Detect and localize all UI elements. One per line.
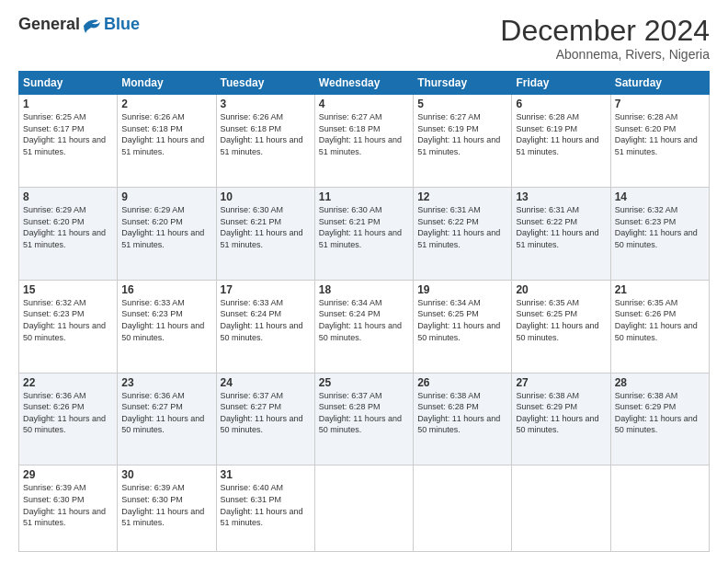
calendar-cell: 19Sunrise: 6:34 AMSunset: 6:25 PMDayligh… <box>414 280 512 373</box>
calendar-cell: 25Sunrise: 6:37 AMSunset: 6:28 PMDayligh… <box>314 373 413 465</box>
day-number: 21 <box>615 283 705 296</box>
day-info: Sunrise: 6:36 AMSunset: 6:26 PMDaylight:… <box>23 390 113 436</box>
day-info: Sunrise: 6:31 AMSunset: 6:22 PMDaylight:… <box>516 204 606 250</box>
day-info: Sunrise: 6:39 AMSunset: 6:30 PMDaylight:… <box>121 482 211 528</box>
calendar-cell: 6Sunrise: 6:28 AMSunset: 6:19 PMDaylight… <box>512 95 610 188</box>
day-info: Sunrise: 6:33 AMSunset: 6:24 PMDaylight:… <box>221 297 311 343</box>
day-info: Sunrise: 6:38 AMSunset: 6:29 PMDaylight:… <box>516 390 606 436</box>
calendar-cell: 17Sunrise: 6:33 AMSunset: 6:24 PMDayligh… <box>216 280 314 373</box>
calendar-cell: 1Sunrise: 6:25 AMSunset: 6:17 PMDaylight… <box>19 95 118 188</box>
logo: General Blue <box>18 15 140 34</box>
calendar-week-row: 15Sunrise: 6:32 AMSunset: 6:23 PMDayligh… <box>19 280 710 373</box>
day-info: Sunrise: 6:33 AMSunset: 6:23 PMDaylight:… <box>121 297 211 343</box>
calendar-cell <box>610 465 709 552</box>
day-info: Sunrise: 6:34 AMSunset: 6:25 PMDaylight:… <box>417 297 507 343</box>
calendar-cell: 30Sunrise: 6:39 AMSunset: 6:30 PMDayligh… <box>118 465 216 552</box>
calendar-cell: 26Sunrise: 6:38 AMSunset: 6:28 PMDayligh… <box>414 373 512 465</box>
day-number: 28 <box>615 376 705 389</box>
calendar-cell: 16Sunrise: 6:33 AMSunset: 6:23 PMDayligh… <box>118 280 216 373</box>
day-number: 12 <box>417 190 507 203</box>
calendar-header-tuesday: Tuesday <box>216 72 314 95</box>
calendar-cell: 3Sunrise: 6:26 AMSunset: 6:18 PMDaylight… <box>216 95 314 188</box>
day-info: Sunrise: 6:26 AMSunset: 6:18 PMDaylight:… <box>221 111 311 157</box>
day-number: 31 <box>221 468 311 481</box>
day-number: 23 <box>121 376 211 389</box>
day-number: 27 <box>516 376 606 389</box>
calendar-cell: 31Sunrise: 6:40 AMSunset: 6:31 PMDayligh… <box>216 465 314 552</box>
day-number: 6 <box>516 98 606 110</box>
day-info: Sunrise: 6:40 AMSunset: 6:31 PMDaylight:… <box>221 482 311 528</box>
day-info: Sunrise: 6:31 AMSunset: 6:22 PMDaylight:… <box>417 204 507 250</box>
day-info: Sunrise: 6:25 AMSunset: 6:17 PMDaylight:… <box>23 111 113 157</box>
day-number: 16 <box>121 283 211 296</box>
calendar-week-row: 22Sunrise: 6:36 AMSunset: 6:26 PMDayligh… <box>19 373 710 465</box>
calendar-cell: 21Sunrise: 6:35 AMSunset: 6:26 PMDayligh… <box>610 280 709 373</box>
calendar-cell: 12Sunrise: 6:31 AMSunset: 6:22 PMDayligh… <box>414 188 512 281</box>
logo-blue-text: Blue <box>104 15 140 34</box>
calendar-header-row: SundayMondayTuesdayWednesdayThursdayFrid… <box>19 72 710 95</box>
day-number: 14 <box>615 190 705 203</box>
day-info: Sunrise: 6:35 AMSunset: 6:26 PMDaylight:… <box>615 297 705 343</box>
calendar-cell: 27Sunrise: 6:38 AMSunset: 6:29 PMDayligh… <box>512 373 610 465</box>
day-info: Sunrise: 6:36 AMSunset: 6:27 PMDaylight:… <box>121 390 211 436</box>
day-info: Sunrise: 6:29 AMSunset: 6:20 PMDaylight:… <box>121 204 211 250</box>
logo-bird-icon <box>82 17 102 33</box>
calendar-week-row: 29Sunrise: 6:39 AMSunset: 6:30 PMDayligh… <box>19 465 710 552</box>
calendar-week-row: 8Sunrise: 6:29 AMSunset: 6:20 PMDaylight… <box>19 188 710 281</box>
day-number: 3 <box>221 98 311 110</box>
calendar-cell: 22Sunrise: 6:36 AMSunset: 6:26 PMDayligh… <box>19 373 118 465</box>
day-number: 20 <box>516 283 606 296</box>
calendar-cell: 18Sunrise: 6:34 AMSunset: 6:24 PMDayligh… <box>314 280 413 373</box>
calendar-header-saturday: Saturday <box>610 72 709 95</box>
calendar-cell: 29Sunrise: 6:39 AMSunset: 6:30 PMDayligh… <box>19 465 118 552</box>
day-number: 17 <box>221 283 311 296</box>
day-info: Sunrise: 6:29 AMSunset: 6:20 PMDaylight:… <box>23 204 113 250</box>
calendar-header-wednesday: Wednesday <box>314 72 413 95</box>
calendar-cell: 13Sunrise: 6:31 AMSunset: 6:22 PMDayligh… <box>512 188 610 281</box>
calendar-cell: 14Sunrise: 6:32 AMSunset: 6:23 PMDayligh… <box>610 188 709 281</box>
day-number: 9 <box>121 190 211 203</box>
day-number: 18 <box>319 283 409 296</box>
day-info: Sunrise: 6:30 AMSunset: 6:21 PMDaylight:… <box>221 204 311 250</box>
calendar-header-sunday: Sunday <box>19 72 118 95</box>
day-number: 1 <box>23 98 113 110</box>
day-info: Sunrise: 6:34 AMSunset: 6:24 PMDaylight:… <box>319 297 409 343</box>
calendar-header-thursday: Thursday <box>414 72 512 95</box>
day-number: 30 <box>121 468 211 481</box>
header: General Blue December 2024 Abonnema, Riv… <box>18 15 710 62</box>
day-number: 24 <box>221 376 311 389</box>
day-info: Sunrise: 6:27 AMSunset: 6:18 PMDaylight:… <box>319 111 409 157</box>
day-info: Sunrise: 6:38 AMSunset: 6:28 PMDaylight:… <box>417 390 507 436</box>
calendar-cell: 11Sunrise: 6:30 AMSunset: 6:21 PMDayligh… <box>314 188 413 281</box>
calendar-cell: 23Sunrise: 6:36 AMSunset: 6:27 PMDayligh… <box>118 373 216 465</box>
day-number: 8 <box>23 190 113 203</box>
day-info: Sunrise: 6:37 AMSunset: 6:27 PMDaylight:… <box>221 390 311 436</box>
day-number: 19 <box>417 283 507 296</box>
logo-general-text: General <box>18 15 80 34</box>
calendar-table: SundayMondayTuesdayWednesdayThursdayFrid… <box>18 71 710 552</box>
calendar-cell <box>314 465 413 552</box>
calendar-header-monday: Monday <box>118 72 216 95</box>
day-info: Sunrise: 6:32 AMSunset: 6:23 PMDaylight:… <box>615 204 705 250</box>
calendar-header-friday: Friday <box>512 72 610 95</box>
calendar-cell: 20Sunrise: 6:35 AMSunset: 6:25 PMDayligh… <box>512 280 610 373</box>
month-title: December 2024 <box>500 15 710 47</box>
day-info: Sunrise: 6:28 AMSunset: 6:20 PMDaylight:… <box>615 111 705 157</box>
day-number: 29 <box>23 468 113 481</box>
calendar-cell: 8Sunrise: 6:29 AMSunset: 6:20 PMDaylight… <box>19 188 118 281</box>
day-number: 15 <box>23 283 113 296</box>
day-number: 11 <box>319 190 409 203</box>
day-info: Sunrise: 6:27 AMSunset: 6:19 PMDaylight:… <box>417 111 507 157</box>
day-info: Sunrise: 6:38 AMSunset: 6:29 PMDaylight:… <box>615 390 705 436</box>
day-info: Sunrise: 6:28 AMSunset: 6:19 PMDaylight:… <box>516 111 606 157</box>
calendar-cell: 10Sunrise: 6:30 AMSunset: 6:21 PMDayligh… <box>216 188 314 281</box>
calendar-cell: 7Sunrise: 6:28 AMSunset: 6:20 PMDaylight… <box>610 95 709 188</box>
page: General Blue December 2024 Abonnema, Riv… <box>0 0 728 563</box>
day-number: 22 <box>23 376 113 389</box>
calendar-cell <box>512 465 610 552</box>
day-info: Sunrise: 6:26 AMSunset: 6:18 PMDaylight:… <box>121 111 211 157</box>
day-info: Sunrise: 6:32 AMSunset: 6:23 PMDaylight:… <box>23 297 113 343</box>
calendar-cell: 28Sunrise: 6:38 AMSunset: 6:29 PMDayligh… <box>610 373 709 465</box>
title-block: December 2024 Abonnema, Rivers, Nigeria <box>500 15 710 62</box>
day-number: 26 <box>417 376 507 389</box>
